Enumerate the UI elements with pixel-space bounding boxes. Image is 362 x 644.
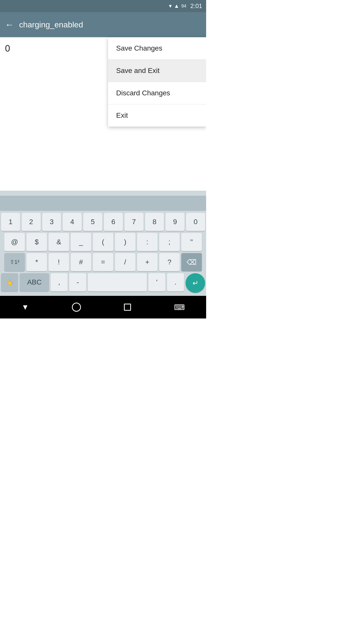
key-ampersand[interactable]: &	[49, 233, 69, 251]
keyboard-rows: 1 2 3 4 5 6 7 8 9 0 @ $ & _ ( ) : ; " ⇧1…	[0, 211, 206, 296]
key-quote[interactable]: "	[181, 233, 202, 251]
key-colon[interactable]: :	[137, 233, 158, 251]
dropdown-menu: Save Changes Save and Exit Discard Chang…	[108, 37, 206, 127]
abc-key[interactable]: ABC	[20, 273, 49, 291]
battery-icon: 94	[181, 4, 186, 9]
key-0[interactable]: 0	[186, 213, 205, 231]
app-bar: ← charging_enabled	[0, 12, 206, 37]
signal-icon: ▲	[174, 3, 179, 9]
key-slash[interactable]: /	[115, 253, 135, 271]
menu-item-exit[interactable]: Exit	[108, 104, 206, 127]
key-equals[interactable]: =	[93, 253, 113, 271]
key-6[interactable]: 6	[104, 213, 123, 231]
key-semicolon[interactable]: ;	[159, 233, 180, 251]
key-at[interactable]: @	[4, 233, 25, 251]
nav-recent-button[interactable]	[124, 304, 131, 311]
back-button[interactable]: ←	[5, 19, 14, 30]
menu-item-save-changes[interactable]: Save Changes	[108, 37, 206, 59]
key-1[interactable]: 1	[1, 213, 20, 231]
enter-key[interactable]: ↵	[186, 273, 205, 293]
key-exclaim[interactable]: !	[49, 253, 69, 271]
page-title: charging_enabled	[19, 20, 83, 29]
key-2[interactable]: 2	[22, 213, 41, 231]
keyboard-row-symbols1: @ $ & _ ( ) : ; "	[1, 233, 205, 251]
status-icons: ▾ ▲ 94 2:01	[169, 3, 202, 10]
status-bar: ▾ ▲ 94 2:01	[0, 0, 206, 12]
space-key[interactable]	[88, 273, 147, 291]
nav-bar: ▼ ⌨	[0, 296, 206, 318]
wifi-icon: ▾	[169, 3, 172, 9]
key-question[interactable]: ?	[159, 253, 180, 271]
nav-back-button[interactable]: ▼	[21, 303, 29, 311]
backspace-key[interactable]: ⌫	[181, 253, 202, 271]
keyboard-row-bottom: 👆 ABC , - ' . ↵	[1, 273, 205, 293]
status-time: 2:01	[190, 3, 202, 10]
key-plus[interactable]: +	[137, 253, 158, 271]
emoji-key[interactable]: 👆	[1, 273, 18, 291]
key-hash[interactable]: #	[71, 253, 91, 271]
key-3[interactable]: 3	[42, 213, 61, 231]
menu-item-discard-changes[interactable]: Discard Changes	[108, 82, 206, 104]
key-9[interactable]: 9	[165, 213, 185, 231]
key-comma[interactable]: ,	[51, 273, 68, 291]
current-value: 0	[5, 43, 10, 54]
shift-icon: ⇧1²	[10, 259, 19, 265]
nav-home-button[interactable]	[72, 303, 81, 312]
key-5[interactable]: 5	[83, 213, 102, 231]
shift-key[interactable]: ⇧1²	[4, 253, 25, 271]
recent-square-icon	[124, 304, 131, 311]
key-7[interactable]: 7	[124, 213, 144, 231]
key-apostrophe[interactable]: '	[148, 273, 165, 291]
key-underscore[interactable]: _	[71, 233, 91, 251]
key-open-paren[interactable]: (	[93, 233, 113, 251]
keyboard-area: 1 2 3 4 5 6 7 8 9 0 @ $ & _ ( ) : ; " ⇧1…	[0, 191, 206, 296]
menu-item-save-and-exit[interactable]: Save and Exit	[108, 60, 206, 82]
home-circle-icon	[72, 303, 81, 312]
keyboard-row-symbols2: ⇧1² * ! # = / + ? ⌫	[1, 253, 205, 271]
nav-keyboard-button[interactable]: ⌨	[174, 303, 185, 312]
key-asterisk[interactable]: *	[26, 253, 47, 271]
main-content-wrapper: 0 Save Changes Save and Exit Discard Cha…	[0, 37, 206, 60]
key-dollar[interactable]: $	[26, 233, 47, 251]
suggestion-bar	[0, 196, 206, 211]
key-period[interactable]: .	[167, 273, 184, 291]
key-4[interactable]: 4	[63, 213, 82, 231]
key-close-paren[interactable]: )	[115, 233, 135, 251]
key-8[interactable]: 8	[145, 213, 164, 231]
key-dash[interactable]: -	[69, 273, 86, 291]
keyboard-row-numbers: 1 2 3 4 5 6 7 8 9 0	[1, 213, 205, 231]
